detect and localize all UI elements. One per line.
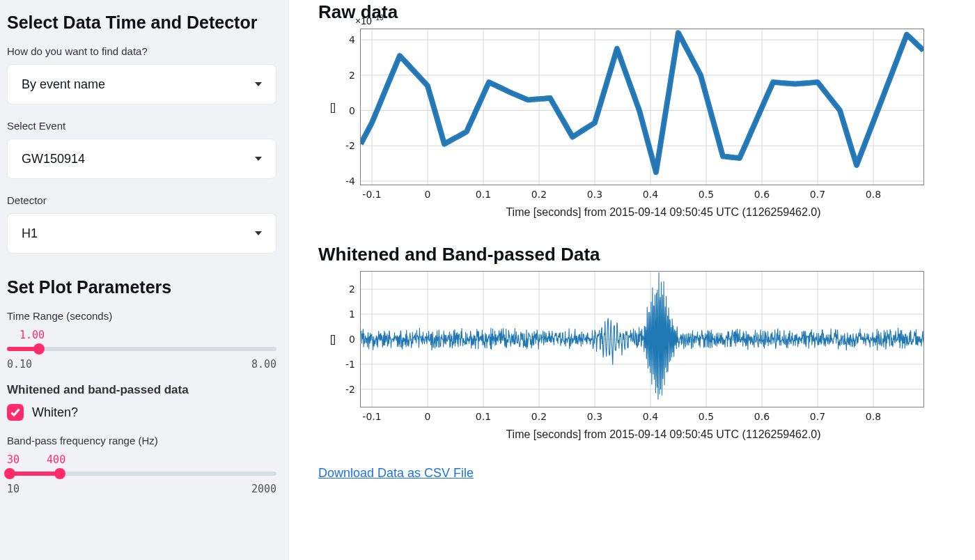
main-content: Raw data ×10−19 [] -0.100.10.20.30.40.50… [289, 0, 975, 560]
whiten-checkbox-label: Whiten? [32, 405, 78, 420]
find-data-select[interactable]: By event name [7, 64, 276, 104]
select-event-select[interactable]: GW150914 [7, 139, 276, 179]
find-data-value: By event name [22, 77, 105, 92]
download-csv-link[interactable]: Download Data as CSV File [318, 466, 474, 481]
bandpass-max: 2000 [251, 483, 276, 495]
raw-y-offset: ×10−19 [355, 14, 384, 26]
select-event-label: Select Event [7, 120, 276, 132]
time-range-value: 1.00 [7, 329, 276, 341]
sidebar: Select Data Time and Detector How do you… [0, 0, 289, 560]
bandpass-high-value: 400 [47, 453, 65, 466]
whitened-x-label: Time [seconds] from 2015-09-14 09:50:45 … [360, 428, 967, 441]
time-range-min: 0.10 [7, 358, 32, 371]
whitened-title: Whitened and Band-passed Data [318, 244, 967, 265]
whiten-heading: Whitened and band-passed data [7, 383, 276, 397]
time-range-max: 8.00 [251, 358, 276, 371]
raw-y-label: [] [330, 102, 336, 113]
bandpass-slider-group: Band-pass frequency range (Hz) 30 400 10… [7, 435, 276, 495]
select-event-value: GW150914 [22, 152, 85, 166]
chevron-down-icon [255, 157, 262, 161]
chevron-down-icon [255, 231, 262, 235]
sidebar-heading-plot-params: Set Plot Parameters [7, 277, 276, 297]
slider-thumb-icon[interactable] [54, 468, 65, 479]
time-range-label: Time Range (seconds) [7, 310, 276, 322]
find-data-label: How do you want to find data? [7, 45, 276, 57]
bandpass-low-value: 30 [7, 453, 20, 466]
bandpass-label: Band-pass frequency range (Hz) [7, 435, 276, 446]
whiten-checkbox[interactable] [7, 404, 24, 421]
raw-x-label: Time [seconds] from 2015-09-14 09:50:45 … [360, 206, 967, 219]
whitened-y-label: [] [330, 334, 336, 345]
slider-thumb-icon[interactable] [33, 343, 45, 355]
detector-label: Detector [7, 194, 276, 206]
raw-data-title: Raw data [318, 1, 967, 23]
time-range-slider[interactable] [7, 347, 276, 351]
detector-value: H1 [22, 226, 38, 241]
bandpass-min: 10 [7, 483, 20, 495]
bandpass-slider[interactable] [7, 472, 276, 476]
check-icon [10, 407, 21, 418]
sidebar-heading-select-data: Select Data Time and Detector [7, 13, 276, 33]
raw-chart: ×10−19 [] -0.100.10.20.30.40.50.60.70.8-… [360, 29, 967, 219]
slider-thumb-icon[interactable] [4, 468, 15, 479]
detector-select[interactable]: H1 [7, 213, 276, 254]
whitened-chart: [] -0.100.10.20.30.40.50.60.70.8-2-1012 … [360, 271, 967, 441]
time-range-slider-group: Time Range (seconds) 1.00 0.10 8.00 [7, 310, 276, 371]
chevron-down-icon [255, 82, 262, 86]
